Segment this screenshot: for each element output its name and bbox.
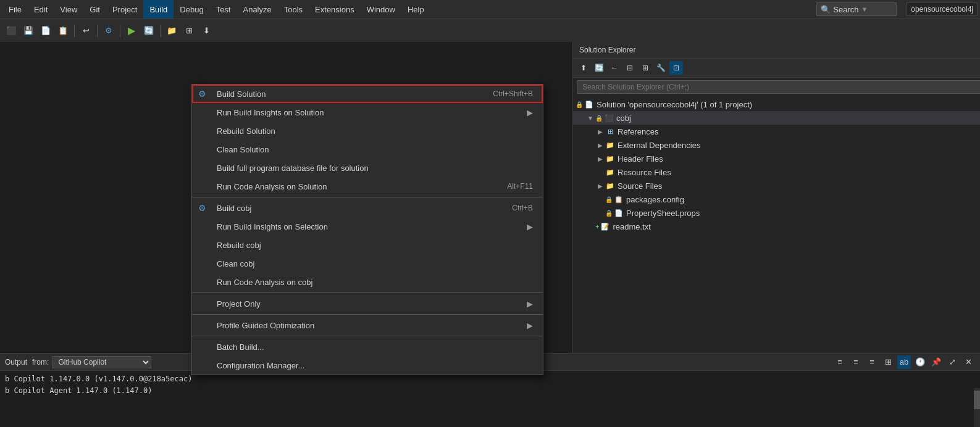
tree-references[interactable]: ▶ ⊞ References [573,125,980,138]
se-active-btn[interactable]: ⊡ [669,61,683,75]
toolbar-down-btn[interactable]: ⬇ [198,22,215,39]
rebuild-solution-item[interactable]: Rebuild Solution [192,122,543,140]
toolbar-connect-btn[interactable]: ⬛ [2,22,20,39]
menu-view[interactable]: View [54,0,83,19]
packages-icon: 📋 [614,194,624,204]
run-build-insights-selection-item[interactable]: Run Build Insights on Selection ▶ [192,217,543,236]
output-clock-btn[interactable]: 🕐 [913,355,927,369]
toolbar-save-all-btn[interactable]: 📄 [37,22,54,39]
menu-help[interactable]: Help [401,0,430,19]
toolbar-play-btn[interactable]: ▶ [123,22,140,39]
separator-3 [120,25,120,37]
build-full-program-item[interactable]: Build full program database file for sol… [192,159,543,177]
output-title: Output [5,358,27,367]
tree-external-deps[interactable]: ▶ 📁 External Dependencies [573,138,980,152]
menu-test[interactable]: Test [210,0,237,19]
header-files-arrow: ▶ [595,154,605,164]
profile-guided-optimization-item[interactable]: Profile Guided Optimization ▶ [192,316,543,334]
build-cobj-icon: ⚙ [198,203,206,213]
configuration-manager-item[interactable]: Configuration Manager... [192,356,543,375]
build-solution-icon: ⚙ [198,89,206,99]
tree-solution[interactable]: 🔒 📄 Solution 'opensourcecobol4j' (1 of 1… [573,97,980,111]
main-layout: ⚙ Build Solution Ctrl+Shift+B Run Build … [0,42,980,353]
output-scrollbar-thumb[interactable] [974,391,980,409]
output-close-btn[interactable]: ✕ [961,355,975,369]
separator-1 [74,25,75,37]
build-cobj-item[interactable]: ⚙ Build cobj Ctrl+B [192,199,543,217]
references-icon: ⊞ [605,126,615,136]
solution-explorer-title: Solution Explorer [579,46,635,54]
main-toolbar: ⬛ 💾 📄 📋 ↩ ⚙ ▶ 🔄 📁 ⊞ ⬇ [0,19,980,42]
menu-edit[interactable]: Edit [28,0,54,19]
tree-cobj-project[interactable]: ▼ 🔒 ⬛ cobj [573,111,980,125]
toolbar-build-icon-btn[interactable]: ⚙ [100,22,117,39]
se-collapse-btn[interactable]: ⊟ [623,61,637,75]
tree-resource-files[interactable]: ▶ 📁 Resource Files [573,165,980,179]
lock-icon: 🔒 [576,101,583,108]
menu-file[interactable]: File [2,0,28,19]
menu-tools[interactable]: Tools [278,0,309,19]
build-dropdown-menu[interactable]: ⚙ Build Solution Ctrl+Shift+B Run Build … [191,84,543,375]
output-align2-btn[interactable]: ≡ [849,355,863,369]
batch-build-item[interactable]: Batch Build... [192,338,543,356]
output-align3-btn[interactable]: ≡ [865,355,879,369]
tree-readme[interactable]: + 📝 readme.txt [573,220,980,233]
output-scrollbar[interactable] [974,388,980,427]
toolbar-save2-btn[interactable]: 📋 [54,22,72,39]
window-title-tab: opensourcecobol4j [907,2,978,16]
tree-packages-config[interactable]: ▶ 🔒 📋 packages.config [573,193,980,206]
output-wrap-btn[interactable]: ⊞ [881,355,895,369]
output-align-btn[interactable]: ≡ [833,355,847,369]
rebuild-cobj-item[interactable]: Rebuild cobj [192,236,543,254]
search-icon: 🔍 [821,5,831,14]
run-code-analysis-cobj-item[interactable]: Run Code Analysis on cobj [192,273,543,291]
build-solution-item[interactable]: ⚙ Build Solution Ctrl+Shift+B [192,85,543,103]
solution-explorer-search[interactable] [577,80,980,94]
menu-project[interactable]: Project [106,0,143,19]
menu-extensions[interactable]: Extensions [309,0,361,19]
toolbar-layout-btn[interactable]: ⊞ [180,22,198,39]
external-deps-arrow: ▶ [595,140,605,150]
solution-tree: 🔒 📄 Solution 'opensourcecobol4j' (1 of 1… [573,96,980,353]
run-code-analysis-solution-item[interactable]: Run Code Analysis on Solution Alt+F11 [192,177,543,196]
menu-analyze[interactable]: Analyze [237,0,277,19]
se-wrench-btn[interactable]: 🔧 [654,61,668,75]
se-back-btn[interactable]: ← [608,61,621,75]
output-expand-btn[interactable]: ⤢ [945,355,959,369]
clean-solution-item[interactable]: Clean Solution [192,140,543,159]
tree-source-files[interactable]: ▶ 📁 Source Files [573,179,980,193]
output-pin-btn[interactable]: 📌 [929,355,943,369]
menu-build[interactable]: Build [143,0,174,19]
toolbar-reload-btn[interactable]: 🔄 [140,22,157,39]
menu-window[interactable]: Window [361,0,401,19]
separator-2 [97,25,98,37]
external-deps-icon: 📁 [605,140,615,150]
clean-cobj-item[interactable]: Clean cobj [192,254,543,273]
separator-4 [160,25,161,37]
readme-icon: 📝 [600,222,610,231]
readme-plus-icon: + [595,223,599,230]
source-files-arrow: ▶ [595,181,605,191]
toolbar-folder-btn[interactable]: 📁 [163,22,180,39]
tree-property-sheet[interactable]: ▶ 🔒 📄 PropertySheet.props [573,206,980,220]
run-build-insights-solution-item[interactable]: Run Build Insights on Solution ▶ [192,103,543,122]
project-only-item[interactable]: Project Only ▶ [192,294,543,313]
output-line-2: b Copilot Agent 1.147.0 (1.147.0) [5,385,975,397]
se-sync-btn[interactable]: ⬆ [577,61,590,75]
tree-header-files[interactable]: ▶ 📁 Header Files [573,152,980,165]
solution-explorer-toolbar: ⬆ 🔄 ← ⊟ ⊞ 🔧 ⊡ [573,59,980,78]
source-files-icon: 📁 [605,181,615,191]
se-refresh-btn[interactable]: 🔄 [592,61,606,75]
global-search-box[interactable]: 🔍 Search ▼ [816,2,897,16]
toolbar-undo-btn[interactable]: ↩ [77,22,94,39]
packages-lock: 🔒 [605,196,613,203]
separator-b [192,292,543,293]
toolbar-save-btn[interactable]: 💾 [20,22,37,39]
output-source-dropdown[interactable]: GitHub Copilot [52,356,151,368]
menu-git[interactable]: Git [83,0,106,19]
se-multi-btn[interactable]: ⊞ [639,61,652,75]
property-icon: 📄 [614,208,624,218]
editor-area: ⚙ Build Solution Ctrl+Shift+B Run Build … [0,42,572,353]
output-ab-btn[interactable]: ab [897,355,911,369]
menu-debug[interactable]: Debug [174,0,209,19]
